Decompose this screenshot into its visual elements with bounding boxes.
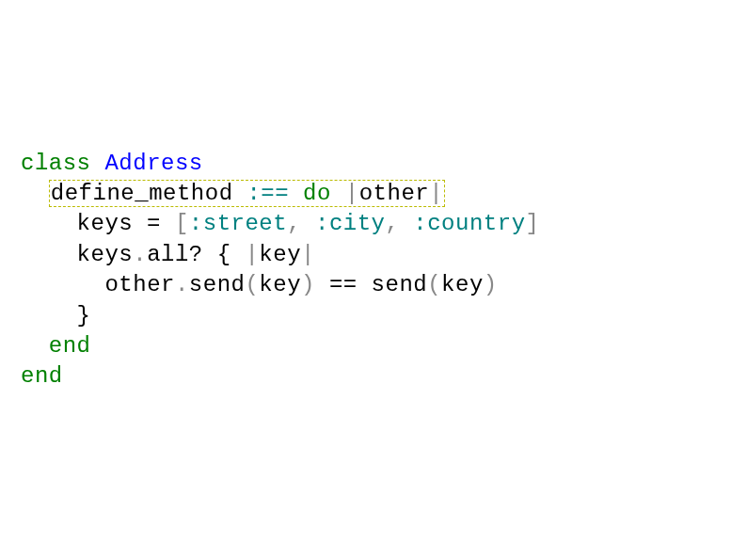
method-send: send xyxy=(372,272,428,297)
var-other: other xyxy=(104,272,175,297)
var-keys: keys xyxy=(77,242,134,267)
highlighted-line: define_method :== do |other| xyxy=(49,180,445,207)
bracket-open: [ xyxy=(175,211,189,236)
dot: . xyxy=(133,242,147,267)
param-other: other xyxy=(359,181,430,206)
symbol-country: :country xyxy=(413,211,525,236)
keyword-class: class xyxy=(21,151,91,176)
symbol-city: :city xyxy=(315,211,386,236)
bracket-close: ] xyxy=(526,211,540,236)
comma: , xyxy=(386,211,414,236)
method-all: all? xyxy=(147,242,203,267)
keyword-end: end xyxy=(49,333,91,359)
arg-key: key xyxy=(441,272,484,297)
method-send: send xyxy=(189,272,246,297)
pipe: | xyxy=(429,181,443,206)
var-keys: keys xyxy=(77,211,134,236)
paren-close: ) xyxy=(301,272,315,297)
paren-open: ( xyxy=(427,272,441,297)
symbol-eq: :== xyxy=(246,181,289,206)
symbol-street: :street xyxy=(189,211,287,236)
pipe: | xyxy=(245,242,259,267)
pipe: | xyxy=(301,242,315,267)
pipe: | xyxy=(345,181,359,206)
paren-open: ( xyxy=(245,272,259,297)
comma: , xyxy=(287,211,315,236)
param-key: key xyxy=(259,242,301,267)
code-block: class Address define_method :== do |othe… xyxy=(21,149,726,392)
dot: . xyxy=(175,272,189,297)
method-define: define_method xyxy=(51,181,233,206)
paren-close: ) xyxy=(484,272,498,297)
class-name: Address xyxy=(104,151,202,176)
brace-open: { xyxy=(203,242,246,267)
equals: = xyxy=(133,211,175,236)
keyword-end: end xyxy=(21,363,63,389)
operator-eq: == xyxy=(315,272,372,297)
arg-key: key xyxy=(259,272,301,297)
brace-close: } xyxy=(77,303,91,328)
keyword-do: do xyxy=(303,181,331,206)
